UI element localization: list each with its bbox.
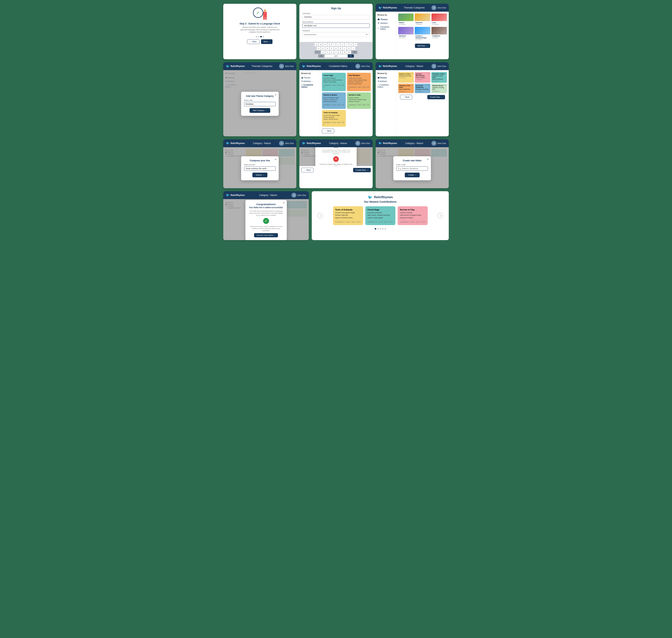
dot-c2[interactable] <box>377 228 379 230</box>
key-s[interactable]: S <box>321 47 325 50</box>
haiku-card-tools[interactable]: Tools of Antiquity Ancient tools gleam b… <box>322 110 346 127</box>
completed-p6[interactable]: ✓ Completed Haikus <box>378 83 394 89</box>
add-category-button[interactable]: Add Category → <box>249 108 270 113</box>
key-w[interactable]: W <box>319 43 323 46</box>
key-a[interactable]: A <box>317 47 321 50</box>
key-j[interactable]: J <box>343 47 346 50</box>
key-u[interactable]: U <box>341 43 344 46</box>
logo-icon-p10: 🐦 <box>226 193 230 197</box>
nc-springs[interactable]: ✏ Spring's Blossoming Petals unfolding, … <box>415 72 430 83</box>
nc-text-3: Guardians of misty peaks,Echoes of the w… <box>432 75 446 80</box>
key-v[interactable]: V <box>334 51 338 54</box>
haiku-title-input[interactable] <box>396 166 428 171</box>
key-space[interactable]: space <box>325 54 347 57</box>
themes-p6[interactable]: 🏔 Themes <box>378 76 394 80</box>
modal-close-p4[interactable]: ✕ <box>275 93 277 96</box>
artefacts-p6[interactable]: ⚗ Artefacts <box>378 80 394 83</box>
edit-icon-1[interactable]: ✏ <box>412 73 413 75</box>
create-new-button-p8[interactable]: Create New → <box>353 168 371 172</box>
key-l[interactable]: L <box>351 47 355 50</box>
logo-icon-p8: 🐦 <box>302 141 306 145</box>
nc-rhythms[interactable]: ✏ Rhythms of the River River's tranquil … <box>398 84 414 93</box>
carousel-prev[interactable]: ‹ <box>317 213 323 218</box>
next-button[interactable]: Next → <box>261 39 273 44</box>
key-f[interactable]: F <box>330 47 333 50</box>
compose-input[interactable] <box>244 166 276 171</box>
carousel-next[interactable]: › <box>437 213 443 218</box>
cat-family[interactable]: Family & Relationships 10 Haikus <box>415 27 430 41</box>
cat-traditions[interactable]: Traditions 29 Haikus <box>431 27 447 41</box>
cat-spiritual[interactable]: Spiritual 14 Haikus <box>398 27 414 41</box>
key-y[interactable]: Y <box>336 43 340 46</box>
back-button-p6[interactable]: ← Back <box>400 95 412 99</box>
key-shift[interactable]: ⇧ <box>314 51 321 54</box>
edit-icon-2[interactable]: ✏ <box>428 73 430 75</box>
cat-nature[interactable]: Nature 16 Haikus <box>398 14 414 26</box>
key-e[interactable]: E <box>323 43 327 46</box>
cat-love[interactable]: Love 25 Haikus <box>431 14 447 26</box>
key-q[interactable]: Q <box>314 43 318 46</box>
dot-c1[interactable] <box>375 228 376 230</box>
key-z[interactable]: Z <box>321 51 325 54</box>
key-r[interactable]: R <box>328 43 331 46</box>
nc-melodic[interactable]: ✏ Melodic Breeze Symphony of rustling tr… <box>431 84 447 93</box>
submit-button[interactable]: Submit → <box>252 173 268 177</box>
nc-echoes-time[interactable]: ✏ Echoes of Time Beneath ancient trees, … <box>398 72 414 83</box>
header-title-p10: Category - Nature <box>246 194 290 197</box>
back-button[interactable]: ← Back <box>247 39 259 44</box>
newest-card-tools[interactable]: Tools of Antiquity Ancient tools gleam b… <box>333 206 363 225</box>
key-g[interactable]: G <box>334 47 338 50</box>
discover-button-p10[interactable]: Discover more Haikus → <box>254 233 278 237</box>
create-haiku-close[interactable]: ✕ <box>427 158 429 161</box>
completed-p5[interactable]: ✓ Completed Haikus <box>301 83 318 89</box>
key-backspace[interactable]: ⌫ <box>351 51 358 54</box>
dot-c5[interactable] <box>384 228 386 230</box>
key-o[interactable]: O <box>349 43 353 46</box>
back-button-p8[interactable]: ← Back <box>301 168 313 172</box>
cat-seasons[interactable]: Seasons 18 Haikus <box>415 14 430 26</box>
nc-sentinels[interactable]: ✏ Sentinels of Mist Guardians of misty p… <box>431 72 447 83</box>
key-m[interactable]: M <box>347 51 351 54</box>
key-i[interactable]: I <box>345 43 349 46</box>
key-b[interactable]: B <box>339 51 342 54</box>
compose-modal-overlay: ✕ Compose your line Enter your line: Sub… <box>223 147 296 188</box>
key-n[interactable]: N <box>343 51 346 54</box>
haiku-card-echoes[interactable]: Echoes in Bones Bones unearthed, faded,E… <box>322 92 346 109</box>
newest-card-secrets[interactable]: Secrets in Clay Ceramic vessels,Hold sec… <box>398 206 428 225</box>
theme-title-input[interactable] <box>244 102 276 106</box>
haiku-card-forest[interactable]: Forest Sage In forest's embrace,Bear roa… <box>322 73 346 91</box>
sidebar-themes[interactable]: 🏔 Themes <box>378 17 394 21</box>
key-x[interactable]: X <box>326 51 329 54</box>
username-input[interactable] <box>303 15 369 19</box>
key-c[interactable]: C <box>330 51 333 54</box>
key-123[interactable]: 123 <box>318 54 324 57</box>
haiku-card-secrets[interactable]: Secrets in Clay Ceramic vessels,Hold sec… <box>347 92 371 109</box>
edit-icon-6[interactable]: ✏ <box>445 84 446 86</box>
key-k[interactable]: K <box>347 47 351 50</box>
key-t[interactable]: T <box>332 43 335 46</box>
sidebar-completed[interactable]: ✓ Completed Haikus <box>378 25 394 31</box>
key-h[interactable]: H <box>339 47 342 50</box>
key-p[interactable]: P <box>354 43 357 46</box>
dot-c4[interactable] <box>382 228 383 230</box>
key-go[interactable]: Go <box>348 54 354 57</box>
nc-nocturnal[interactable]: ✏ Nocturnal Symphony Moonlight on the wa… <box>415 84 430 93</box>
congrats-close[interactable]: ✕ <box>282 201 285 204</box>
edit-icon-5[interactable]: ✏ <box>428 84 430 86</box>
compose-close[interactable]: ✕ <box>275 158 277 161</box>
key-d[interactable]: D <box>326 47 329 50</box>
dot-c3[interactable] <box>380 228 381 230</box>
sidebar-artefacts[interactable]: ⚗ Artefacts <box>378 21 394 25</box>
eye-icon[interactable]: 👁 <box>366 33 368 36</box>
newest-card-forest[interactable]: Forest Sage In forest's embrace,Bear roa… <box>365 206 395 225</box>
edit-icon-3[interactable]: ✏ <box>445 73 446 75</box>
back-button-p5[interactable]: ← Back <box>322 129 334 133</box>
haiku-card-clay[interactable]: Clay Whispers Rustic tools on show,Human… <box>347 73 371 91</box>
themes-p5[interactable]: 🏔 Themes <box>301 76 318 80</box>
add-new-button[interactable]: Add New → <box>415 44 430 48</box>
create-button-p9[interactable]: Create → <box>405 173 420 177</box>
edit-icon-4[interactable]: ✏ <box>412 84 413 86</box>
email-input[interactable] <box>303 23 369 28</box>
create-new-button-p6[interactable]: Create New → <box>427 95 445 99</box>
artefacts-p5[interactable]: ⚗ Artefacts <box>301 80 318 83</box>
